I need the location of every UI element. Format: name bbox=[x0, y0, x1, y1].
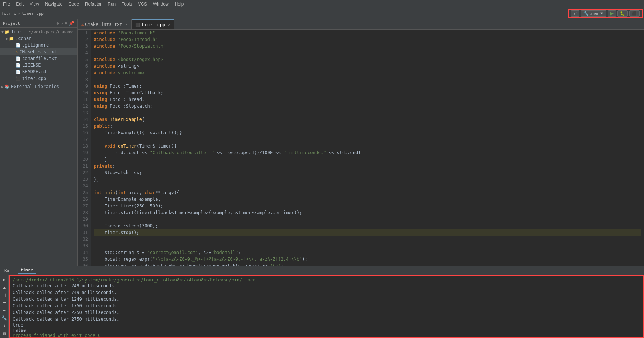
cmake-tab-icon: ⚠ bbox=[81, 22, 84, 26]
lib-icon: 📚 bbox=[4, 84, 10, 89]
clear-button[interactable]: 🗑 bbox=[1, 330, 8, 337]
tab-label: timer.cpp bbox=[141, 22, 165, 27]
bottom-sidebar: ▶ ▲ ⏸ ☰ ↩ 🔧 ⬇ 🗑 bbox=[0, 275, 9, 338]
debug-button[interactable]: 🐛 bbox=[617, 10, 628, 17]
run-config-dropdown[interactable]: 🔧 timer ▼ bbox=[581, 10, 606, 17]
pause-button[interactable]: ⏸ bbox=[1, 292, 8, 298]
tab-cmakelists[interactable]: ⚠ CMakeLists.txt ✕ bbox=[78, 19, 132, 29]
settings-button[interactable]: 🔧 bbox=[1, 315, 8, 321]
sidebar-item-label: LICENSE bbox=[22, 62, 41, 68]
breadcrumb-file[interactable]: timer.cpp bbox=[21, 11, 44, 16]
add-icon[interactable]: ⊕ bbox=[65, 21, 67, 26]
pin-down-button[interactable]: ⬇ bbox=[1, 323, 8, 329]
code-content[interactable]: #include "Poco/Timer.h" #include "Poco/T… bbox=[91, 30, 644, 266]
bottom-panel: Run timer ▶ ▲ ⏸ ☰ ↩ 🔧 ⬇ 🗑 /home/drodri/.… bbox=[0, 266, 644, 338]
menu-run[interactable]: Run bbox=[105, 1, 119, 7]
run-again-button[interactable]: ▶ bbox=[1, 277, 8, 283]
file-icon: 📄 bbox=[16, 43, 21, 48]
build-config-button[interactable]: ⇄ bbox=[571, 10, 579, 17]
sidebar-item-label: README.md bbox=[22, 69, 46, 74]
code-editor[interactable]: 12345 678910 1112131415 1617181920 21222… bbox=[78, 30, 644, 266]
sidebar-item-timer-cpp[interactable]: ⬛ timer.cpp bbox=[0, 75, 77, 82]
output-line-4: Callback called after 1750 milliseconds. bbox=[13, 302, 640, 309]
sidebar: Project ⚙ ⇄ ⊕ 📌 ▼ 📁 four_c ~/workspace/c… bbox=[0, 19, 78, 266]
chevron-right-icon: ▶ bbox=[1, 85, 4, 89]
cpp-tab-icon: ⬛ bbox=[135, 23, 140, 27]
tab-close-cpp[interactable]: ✕ bbox=[168, 23, 170, 27]
output-line-8: false bbox=[13, 328, 640, 333]
bottom-tab-timer[interactable]: timer bbox=[18, 267, 36, 274]
folder-icon: 📁 bbox=[9, 36, 14, 41]
tab-label: CMakeLists.txt bbox=[85, 22, 122, 27]
output-path: /home/drodri/.CLion2016.1/system/cmake/g… bbox=[13, 277, 640, 283]
menu-navigate[interactable]: Navigate bbox=[42, 1, 65, 7]
sidebar-header: Project ⚙ ⇄ ⊕ 📌 bbox=[0, 19, 77, 28]
pin-icon[interactable]: 📌 bbox=[69, 21, 74, 26]
menu-window[interactable]: Window bbox=[150, 1, 172, 7]
sidebar-item-label: External Libraries bbox=[11, 84, 59, 89]
warning-icon: ⚠ bbox=[16, 50, 18, 54]
sidebar-icons: ⚙ ⇄ ⊕ 📌 bbox=[56, 21, 74, 26]
sidebar-item-label: timer.cpp bbox=[22, 76, 46, 81]
run-button[interactable]: ▶ bbox=[608, 10, 616, 17]
sidebar-item-conanfile[interactable]: 📄 conanfile.txt bbox=[0, 55, 77, 62]
sidebar-item-cmakelists[interactable]: ⚠ CMakeLists.txt bbox=[0, 48, 77, 55]
menu-tools[interactable]: Tools bbox=[119, 1, 135, 7]
sidebar-item-external-libs[interactable]: ▶ 📚 External Libraries bbox=[0, 83, 77, 90]
editor-area: ⚠ CMakeLists.txt ✕ ⬛ timer.cpp ✕ 12345 6… bbox=[78, 19, 644, 266]
output-line-5: Callback called after 2250 milliseconds. bbox=[13, 309, 640, 316]
list-button[interactable]: ☰ bbox=[1, 300, 8, 306]
output-line-6: Callback called after 2750 milliseconds. bbox=[13, 316, 640, 322]
menu-code[interactable]: Code bbox=[65, 1, 82, 7]
output-panel[interactable]: /home/drodri/.CLion2016.1/system/cmake/g… bbox=[9, 275, 644, 338]
menu-file[interactable]: File bbox=[0, 1, 13, 7]
bottom-content: ▶ ▲ ⏸ ☰ ↩ 🔧 ⬇ 🗑 /home/drodri/.CLion2016.… bbox=[0, 275, 644, 338]
sidebar-item-conan[interactable]: ▶ 📁 .conan bbox=[0, 35, 77, 42]
sidebar-item-label: CMakeLists.txt bbox=[20, 49, 57, 54]
menu-refactor[interactable]: Refactor bbox=[82, 1, 105, 7]
sidebar-item-readme[interactable]: 📄 README.md bbox=[0, 68, 77, 75]
sync-icon[interactable]: ⇄ bbox=[61, 21, 63, 26]
scroll-up-button[interactable]: ▲ bbox=[1, 284, 8, 291]
output-finish-line: Process finished with exit code 0 bbox=[13, 333, 640, 338]
menu-vcs[interactable]: VCS bbox=[135, 1, 150, 7]
file-icon: 📄 bbox=[16, 56, 21, 61]
sidebar-item-four_c[interactable]: ▼ 📁 four_c ~/workspace/conanw bbox=[0, 28, 77, 35]
output-line-2: Callback called after 749 milliseconds. bbox=[13, 289, 640, 296]
sidebar-item-license[interactable]: 📄 LICENSE bbox=[0, 62, 77, 68]
line-numbers: 12345 678910 1112131415 1617181920 21222… bbox=[78, 30, 91, 266]
output-line-3: Callback called after 1249 milliseconds. bbox=[13, 296, 640, 302]
bottom-tabs: Run timer bbox=[0, 266, 644, 275]
gear-icon[interactable]: ⚙ bbox=[56, 21, 59, 26]
sidebar-item-label: four_c bbox=[11, 29, 27, 34]
menu-edit[interactable]: Edit bbox=[13, 1, 27, 7]
menubar: File Edit View Navigate Code Refactor Ru… bbox=[0, 0, 644, 8]
stop-button[interactable]: ⬛ bbox=[629, 10, 640, 17]
tab-bar: ⚠ CMakeLists.txt ✕ ⬛ timer.cpp ✕ bbox=[78, 19, 644, 30]
sidebar-item-label: conanfile.txt bbox=[22, 56, 57, 61]
toolbar: four_c › timer.cpp ⇄ 🔧 timer ▼ ▶ 🐛 ⬛ bbox=[0, 8, 644, 19]
breadcrumb: four_c › timer.cpp bbox=[1, 11, 44, 16]
output-line-1: Callback called after 249 milliseconds. bbox=[13, 283, 640, 289]
sidebar-title: Project bbox=[3, 21, 20, 26]
output-line-7: true bbox=[13, 322, 640, 328]
main-area: Project ⚙ ⇄ ⊕ 📌 ▼ 📁 four_c ~/workspace/c… bbox=[0, 19, 644, 266]
chevron-down-icon: ▼ bbox=[1, 30, 4, 34]
menu-help[interactable]: Help bbox=[172, 1, 187, 7]
wrap-button[interactable]: ↩ bbox=[1, 307, 8, 314]
folder-icon: 📁 bbox=[4, 30, 10, 34]
file-icon: 📄 bbox=[16, 63, 21, 68]
tab-timer-cpp[interactable]: ⬛ timer.cpp ✕ bbox=[132, 19, 174, 29]
bottom-tab-run[interactable]: Run bbox=[1, 267, 15, 274]
cpp-file-icon: ⬛ bbox=[16, 76, 21, 81]
tab-close-cmake[interactable]: ✕ bbox=[125, 22, 127, 26]
menu-view[interactable]: View bbox=[27, 1, 42, 7]
run-toolbar-group: ⇄ 🔧 timer ▼ ▶ 🐛 ⬛ bbox=[568, 9, 643, 18]
file-icon: 📄 bbox=[16, 70, 21, 74]
breadcrumb-sep: › bbox=[18, 11, 20, 16]
chevron-right-icon: ▶ bbox=[6, 37, 8, 41]
sidebar-item-label: .conan bbox=[16, 36, 31, 41]
breadcrumb-project[interactable]: four_c bbox=[1, 11, 16, 16]
sidebar-item-gitignore[interactable]: 📄 .gitignore bbox=[0, 42, 77, 48]
sidebar-tree: ▼ 📁 four_c ~/workspace/conanw ▶ 📁 .conan… bbox=[0, 28, 77, 266]
